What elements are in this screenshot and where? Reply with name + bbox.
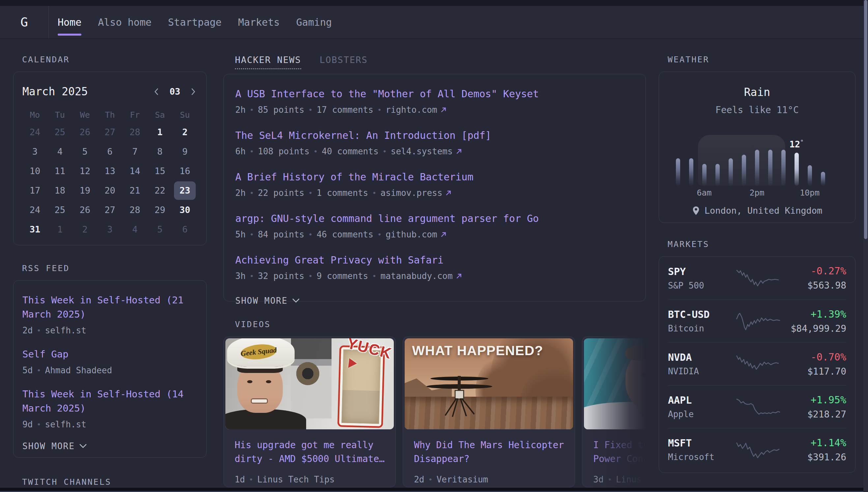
market-row-aapl[interactable]: AAPLApple+1.95%$218.27: [668, 385, 846, 428]
news-item-title[interactable]: A USB Interface to the "Mother of All De…: [235, 88, 634, 100]
tab-startpage[interactable]: Startpage: [168, 6, 222, 38]
news-item-comments[interactable]: 46 comments: [317, 229, 373, 239]
page-scrollbar[interactable]: [863, 0, 868, 492]
calendar-day: 28: [122, 200, 147, 220]
market-names: MSFTMicrosoft: [668, 437, 731, 462]
content-area: CALENDAR March 2025 03 MoTuWeThFrSaSu242…: [0, 39, 868, 488]
video-channel[interactable]: Veritasium: [437, 474, 489, 485]
calendar-day: 22: [147, 181, 172, 200]
video-channel[interactable]: Linus Tech Tips: [257, 474, 335, 485]
market-row-spy[interactable]: SPYS&P 500-0.27%$563.98: [668, 256, 846, 299]
rss-list: This Week in Self-Hosted (21March 2025)2…: [22, 293, 198, 429]
news-item-title[interactable]: A Brief History of the Miracle Bacterium: [235, 171, 634, 183]
market-names: SPYS&P 500: [668, 266, 731, 291]
video-age: 2d: [414, 474, 424, 485]
tab-also-home[interactable]: Also home: [98, 6, 152, 38]
rss-show-more-button[interactable]: SHOW MORE: [22, 441, 198, 451]
news-item-domain-link[interactable]: sel4.systems: [391, 146, 462, 156]
weather-bar-slot: [751, 150, 764, 186]
separator-dot: •: [249, 230, 254, 239]
market-row-msft[interactable]: MSFTMicrosoft+1.14%$391.26: [668, 428, 846, 471]
video-meta: 1d•Linus Tech Tips: [235, 474, 385, 485]
video-card[interactable]: WHAT HAPPENED?Why Did The Mars Helicopte…: [403, 336, 575, 487]
news-tab-hacker-news[interactable]: HACKER NEWS: [235, 55, 301, 69]
external-link-arrow-icon: [446, 190, 451, 196]
news-item-domain-link[interactable]: asimov.press: [380, 188, 452, 198]
external-link-arrow-icon: [456, 273, 462, 279]
rss-item[interactable]: This Week in Self-Hosted (21March 2025)2…: [22, 293, 198, 335]
thumb-art: [296, 362, 319, 385]
video-thumbnail[interactable]: DOTHT: [584, 338, 646, 429]
video-title-line: dirty - AMD $5000 Ultimate…: [235, 452, 385, 466]
market-row-btc-usd[interactable]: BTC-USDBitcoin+1.39%$84,999.29: [668, 299, 846, 342]
video-age: 1d: [235, 474, 245, 485]
rss-widget: This Week in Self-Hosted (21March 2025)2…: [13, 280, 207, 458]
calendar-day: 8: [147, 142, 172, 161]
news-item-age: 2h: [235, 105, 245, 115]
rss-title-line: This Week in Self-Hosted (21: [22, 293, 198, 308]
calendar-day: 25: [48, 122, 73, 142]
weather-bar: [755, 150, 759, 186]
calendar-day: 25: [48, 200, 73, 220]
news-item-domain-link[interactable]: github.com: [386, 229, 447, 239]
rss-item-title[interactable]: Self Gap: [22, 347, 198, 362]
news-item-comments[interactable]: 17 comments: [317, 105, 373, 115]
news-item-domain-link[interactable]: matanabudy.com: [380, 271, 462, 281]
news-item-comments[interactable]: 9 comments: [317, 271, 368, 281]
news-show-more-button[interactable]: SHOW MORE: [235, 296, 634, 306]
news-item-title[interactable]: Achieving Great Privacy with Safari: [235, 254, 634, 266]
weather-bar-slot: [698, 150, 711, 186]
rss-item-title[interactable]: This Week in Self-Hosted (21March 2025): [22, 293, 198, 321]
scrollbar-thumb[interactable]: [864, 0, 867, 239]
rss-item[interactable]: This Week in Self-Hosted (14March 2025)9…: [22, 387, 198, 429]
news-item-title[interactable]: argp: GNU-style command line argument pa…: [235, 213, 634, 224]
video-thumbnail[interactable]: Geek SquadYUCK: [226, 338, 394, 429]
video-title[interactable]: Why Did The Mars HelicopterDisappear?: [414, 438, 564, 466]
weekday-label: Su: [172, 107, 198, 122]
weather-location-text: London, United Kingdom: [705, 205, 822, 216]
calendar-stepper: 03: [152, 87, 198, 97]
news-item-title[interactable]: The SeL4 Microkernel: An Introduction [p…: [235, 130, 634, 141]
rss-item-source: selfh.st: [45, 325, 86, 335]
markets-widget: SPYS&P 500-0.27%$563.98BTC-USDBitcoin+1.…: [659, 256, 856, 473]
weather-bar-slot: [724, 150, 737, 186]
logo-box[interactable]: G: [0, 6, 49, 38]
news-item-comments[interactable]: 40 comments: [322, 146, 378, 156]
calendar-day: 5: [147, 220, 172, 239]
news-item-meta: 3h•32 points•9 comments•matanabudy.com: [235, 271, 634, 281]
calendar-header: March 2025 03: [22, 85, 198, 98]
app-logo[interactable]: G: [21, 15, 28, 29]
video-thumbnail[interactable]: WHAT HAPPENED?: [405, 338, 573, 429]
news-tab-lobsters[interactable]: LOBSTERS: [320, 55, 368, 69]
news-item-comments[interactable]: 1 comments: [317, 188, 368, 198]
news-item-meta: 5h•84 points•46 comments•github.com: [235, 229, 634, 239]
market-values: +1.39%$84,999.29: [787, 308, 846, 334]
video-card[interactable]: Geek SquadYUCKHis upgrade got me reallyd…: [223, 336, 396, 487]
video-card-body: Why Did The Mars HelicopterDisappear?2d•…: [403, 431, 575, 485]
news-item-domain: github.com: [386, 229, 437, 239]
weather-bar: [715, 164, 720, 186]
market-symbol: SPY: [668, 266, 731, 277]
weather-bar-slot: [777, 150, 790, 186]
video-title[interactable]: His upgrade got me reallydirty - AMD $50…: [235, 438, 385, 466]
rss-item[interactable]: Self Gap5d•Ahmad Shadeed: [22, 347, 198, 375]
video-card[interactable]: DOTHTI Fixed the 50Power Connecto3d•Linu…: [582, 336, 646, 487]
market-change: +1.14%: [787, 437, 846, 448]
calendar-prev-icon[interactable]: [152, 88, 161, 96]
video-channel[interactable]: Linus Tech Tips: [616, 474, 646, 485]
news-item-points: 108 points: [258, 146, 310, 156]
news-item-points: 85 points: [258, 105, 305, 115]
calendar-day: 24: [22, 122, 48, 142]
videos-section-label: VIDEOS: [235, 320, 646, 329]
news-item-domain-link[interactable]: righto.com: [386, 105, 447, 115]
rss-item-title[interactable]: This Week in Self-Hosted (14March 2025): [22, 387, 198, 416]
market-row-nvda[interactable]: NVDANVIDIA-0.70%$117.70: [668, 342, 846, 385]
tab-markets[interactable]: Markets: [238, 6, 280, 38]
news-item-domain: sel4.systems: [391, 146, 453, 156]
tab-home[interactable]: Home: [58, 6, 81, 38]
hour-tick-label: 6am: [696, 188, 711, 198]
calendar-next-icon[interactable]: [189, 88, 198, 96]
tab-gaming[interactable]: Gaming: [296, 6, 332, 38]
video-title-line: His upgrade got me really: [235, 438, 385, 452]
video-title[interactable]: I Fixed the 50Power Connecto: [593, 438, 646, 466]
